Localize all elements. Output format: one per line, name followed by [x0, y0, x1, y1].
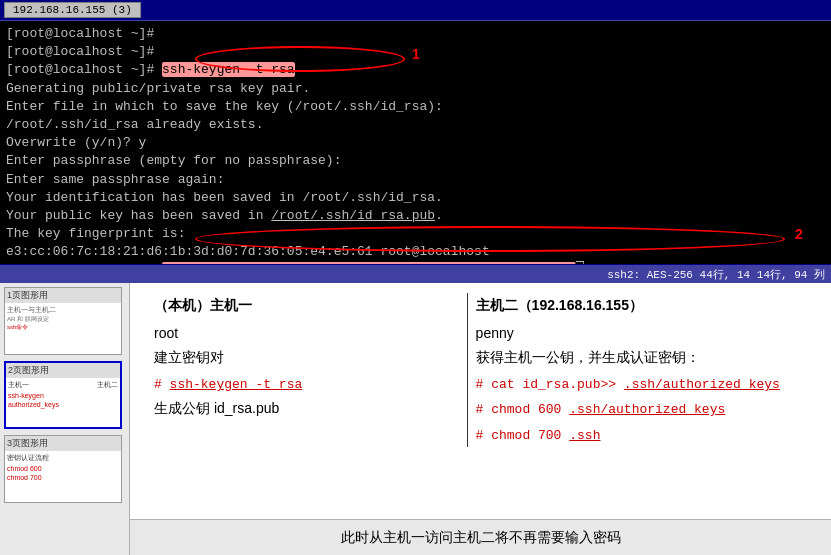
cat-authorized-command: # cat id_rsa.pub>> .ssh/authorized_keys: [476, 377, 780, 392]
slide-content-area: （本机）主机一 主机二（192.168.16.155） root penny 建…: [130, 283, 831, 519]
slide-table: （本机）主机一 主机二（192.168.16.155） root penny 建…: [146, 293, 815, 447]
thumb-content-1: 主机一与主机二 AR 和 联网设定 ssh命令: [5, 303, 121, 334]
slide-thumbnail-3[interactable]: 3页图形用 密钥认证流程 chmod 600 chmod 700: [4, 435, 122, 503]
annotation-number-1: 1: [412, 46, 420, 62]
thumb-label-1: 1页图形用: [5, 288, 121, 303]
chmod600-command: # chmod 600 .ssh/authorized_keys: [476, 402, 726, 417]
terminal-title-bar: 192.168.16.155 (3): [0, 0, 831, 21]
status-text: ssh2: AES-256 44行, 14 14行, 94 列: [607, 267, 825, 282]
table-row-1: root penny: [146, 321, 815, 345]
terminal-line: Enter passphrase (empty for no passphras…: [6, 152, 825, 170]
slide-thumbnail-1[interactable]: 1页图形用 主机一与主机二 AR 和 联网设定 ssh命令: [4, 287, 122, 355]
thumb-content-2: 主机一主机二 ssh-keygen authorized_keys: [6, 378, 120, 411]
terminal-line: [root@localhost ~]# ssh-keygen -t rsa: [6, 61, 825, 79]
slide-main: （本机）主机一 主机二（192.168.16.155） root penny 建…: [130, 283, 831, 555]
col1-root: root: [146, 321, 467, 345]
terminal-window: 192.168.16.155 (3) [root@localhost ~]# […: [0, 0, 831, 265]
table-row-4: 生成公钥 id_rsa.pub # chmod 600 .ssh/authori…: [146, 396, 815, 422]
col2-header: 主机二（192.168.16.155）: [467, 293, 815, 321]
thumb-label-3: 3页图形用: [5, 436, 121, 451]
table-row-2: 建立密钥对 获得主机一公钥，并生成认证密钥：: [146, 345, 815, 371]
terminal-line: [root@localhost ~]# scp /root/.ssh/id_rs…: [6, 261, 825, 264]
terminal-line: Enter same passphrase again:: [6, 171, 825, 189]
terminal-line: Overwrite (y/n)? y: [6, 134, 825, 152]
slide-footer: 此时从主机一访问主机二将不再需要输入密码: [130, 519, 831, 555]
slide-area: 1页图形用 主机一与主机二 AR 和 联网设定 ssh命令 2页图形用 主机一主…: [0, 283, 831, 555]
footer-text: 此时从主机一访问主机二将不再需要输入密码: [341, 529, 621, 547]
col2-chmod600: # chmod 600 .ssh/authorized_keys: [467, 396, 815, 422]
chmod700-command: # chmod 700 .ssh: [476, 428, 601, 443]
terminal-title-tab[interactable]: 192.168.16.155 (3): [4, 2, 141, 18]
terminal-line: Your identification has been saved in /r…: [6, 189, 825, 207]
slide-sidebar[interactable]: 1页图形用 主机一与主机二 AR 和 联网设定 ssh命令 2页图形用 主机一主…: [0, 283, 130, 555]
terminal-line: [root@localhost ~]#: [6, 25, 825, 43]
terminal-line: /root/.ssh/id_rsa already exists.: [6, 116, 825, 134]
terminal-line: e3:cc:06:7c:18:21:d6:1b:3d:d0:7d:36:05:e…: [6, 243, 825, 261]
terminal-line: The key fingerprint is:: [6, 225, 825, 243]
terminal-line: Your public key has been saved in /root/…: [6, 207, 825, 225]
terminal-status-bar: ssh2: AES-256 44行, 14 14行, 94 列: [0, 265, 831, 283]
table-header-row: （本机）主机一 主机二（192.168.16.155）: [146, 293, 815, 321]
table-row-5: # chmod 700 .ssh: [146, 422, 815, 447]
terminal-line: Enter file in which to save the key (/ro…: [6, 98, 825, 116]
thumb-label-2: 2页图形用: [6, 363, 120, 378]
col1-ssh-keygen-cmd: # ssh-keygen -t rsa: [146, 371, 467, 396]
slide-thumbnail-2[interactable]: 2页图形用 主机一主机二 ssh-keygen authorized_keys: [4, 361, 122, 429]
col2-penny: penny: [467, 321, 815, 345]
ssh-keygen-command: # ssh-keygen -t rsa: [154, 377, 302, 392]
terminal-line: Generating public/private rsa key pair.: [6, 80, 825, 98]
thumb-content-3: 密钥认证流程 chmod 600 chmod 700: [5, 451, 121, 484]
col2-cat-cmd: # cat id_rsa.pub>> .ssh/authorized_keys: [467, 371, 815, 396]
col1-header: （本机）主机一: [146, 293, 467, 321]
col2-get-key: 获得主机一公钥，并生成认证密钥：: [467, 345, 815, 371]
col2-chmod700: # chmod 700 .ssh: [467, 422, 815, 447]
col1-empty: [146, 422, 467, 447]
annotation-number-2: 2: [795, 226, 803, 242]
col1-build-key: 建立密钥对: [146, 345, 467, 371]
col1-gen-pubkey: 生成公钥 id_rsa.pub: [146, 396, 467, 422]
table-row-3: # ssh-keygen -t rsa # cat id_rsa.pub>> .…: [146, 371, 815, 396]
